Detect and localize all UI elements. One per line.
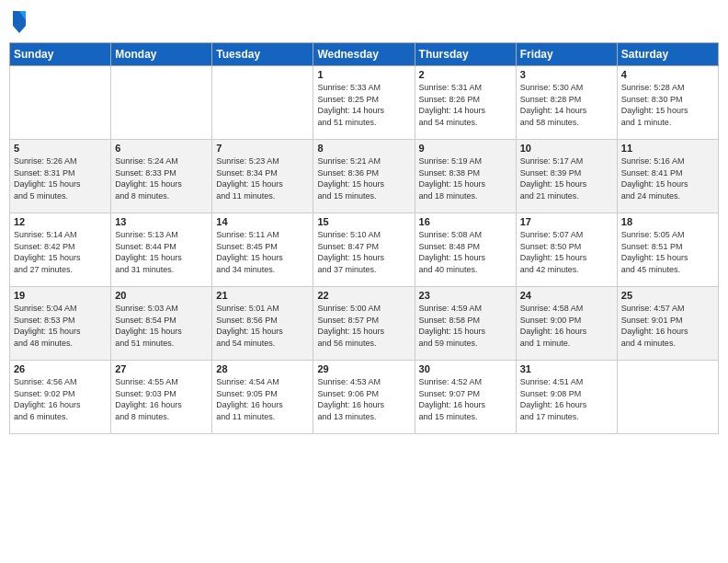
day-number: 22 <box>317 290 410 301</box>
day-info: Sunrise: 5:01 AM Sunset: 8:56 PM Dayligh… <box>216 303 309 349</box>
day-number: 6 <box>115 143 208 154</box>
calendar-cell: 18Sunrise: 5:05 AM Sunset: 8:51 PM Dayli… <box>617 213 718 287</box>
day-info: Sunrise: 4:52 AM Sunset: 9:07 PM Dayligh… <box>419 376 512 422</box>
day-number: 17 <box>520 216 613 227</box>
day-number: 25 <box>621 290 714 301</box>
day-info: Sunrise: 5:31 AM Sunset: 8:26 PM Dayligh… <box>419 82 512 128</box>
day-number: 4 <box>621 69 714 80</box>
day-number: 2 <box>419 69 512 80</box>
day-info: Sunrise: 4:54 AM Sunset: 9:05 PM Dayligh… <box>216 376 309 422</box>
calendar-cell: 11Sunrise: 5:16 AM Sunset: 8:41 PM Dayli… <box>617 140 718 213</box>
day-number: 8 <box>317 143 410 154</box>
day-number: 10 <box>520 143 613 154</box>
day-of-week-header: Tuesday <box>212 43 313 66</box>
day-info: Sunrise: 5:23 AM Sunset: 8:34 PM Dayligh… <box>216 155 309 201</box>
day-info: Sunrise: 5:13 AM Sunset: 8:44 PM Dayligh… <box>115 229 208 275</box>
day-info: Sunrise: 4:58 AM Sunset: 9:00 PM Dayligh… <box>520 303 613 349</box>
calendar-cell: 1Sunrise: 5:33 AM Sunset: 8:25 PM Daylig… <box>313 66 415 140</box>
day-number: 26 <box>14 363 107 374</box>
day-number: 1 <box>317 69 410 80</box>
calendar-cell: 29Sunrise: 4:53 AM Sunset: 9:06 PM Dayli… <box>313 361 415 434</box>
day-number: 19 <box>14 290 107 301</box>
calendar-cell: 4Sunrise: 5:28 AM Sunset: 8:30 PM Daylig… <box>617 66 718 140</box>
day-info: Sunrise: 5:03 AM Sunset: 8:54 PM Dayligh… <box>115 303 208 349</box>
day-info: Sunrise: 5:05 AM Sunset: 8:51 PM Dayligh… <box>621 229 714 275</box>
day-number: 11 <box>621 143 714 154</box>
calendar-cell <box>111 66 212 140</box>
calendar-cell: 12Sunrise: 5:14 AM Sunset: 8:42 PM Dayli… <box>10 213 111 287</box>
header <box>9 9 719 35</box>
day-number: 30 <box>419 363 512 374</box>
calendar-cell: 16Sunrise: 5:08 AM Sunset: 8:48 PM Dayli… <box>415 213 516 287</box>
calendar-cell: 31Sunrise: 4:51 AM Sunset: 9:08 PM Dayli… <box>516 361 617 434</box>
calendar-cell: 26Sunrise: 4:56 AM Sunset: 9:02 PM Dayli… <box>10 361 111 434</box>
day-number: 9 <box>419 143 512 154</box>
calendar-cell: 20Sunrise: 5:03 AM Sunset: 8:54 PM Dayli… <box>111 287 212 361</box>
calendar-cell <box>617 361 718 434</box>
calendar-cell: 14Sunrise: 5:11 AM Sunset: 8:45 PM Dayli… <box>212 213 313 287</box>
calendar-cell: 13Sunrise: 5:13 AM Sunset: 8:44 PM Dayli… <box>111 213 212 287</box>
calendar-cell: 2Sunrise: 5:31 AM Sunset: 8:26 PM Daylig… <box>415 66 516 140</box>
day-info: Sunrise: 5:33 AM Sunset: 8:25 PM Dayligh… <box>317 82 410 128</box>
calendar-cell: 8Sunrise: 5:21 AM Sunset: 8:36 PM Daylig… <box>313 140 415 213</box>
day-info: Sunrise: 4:51 AM Sunset: 9:08 PM Dayligh… <box>520 376 613 422</box>
day-of-week-header: Thursday <box>415 43 516 66</box>
day-info: Sunrise: 4:53 AM Sunset: 9:06 PM Dayligh… <box>317 376 410 422</box>
day-number: 14 <box>216 216 309 227</box>
calendar-cell <box>212 66 313 140</box>
day-number: 3 <box>520 69 613 80</box>
day-number: 13 <box>115 216 208 227</box>
calendar-cell: 27Sunrise: 4:55 AM Sunset: 9:03 PM Dayli… <box>111 361 212 434</box>
day-number: 21 <box>216 290 309 301</box>
day-info: Sunrise: 5:16 AM Sunset: 8:41 PM Dayligh… <box>621 155 714 201</box>
day-info: Sunrise: 5:08 AM Sunset: 8:48 PM Dayligh… <box>419 229 512 275</box>
logo <box>9 9 31 35</box>
calendar-week-row: 26Sunrise: 4:56 AM Sunset: 9:02 PM Dayli… <box>10 361 719 434</box>
day-info: Sunrise: 5:21 AM Sunset: 8:36 PM Dayligh… <box>317 155 410 201</box>
calendar-table: SundayMondayTuesdayWednesdayThursdayFrid… <box>9 42 719 434</box>
calendar-cell: 22Sunrise: 5:00 AM Sunset: 8:57 PM Dayli… <box>313 287 415 361</box>
day-number: 20 <box>115 290 208 301</box>
day-of-week-header: Monday <box>111 43 212 66</box>
calendar-cell: 3Sunrise: 5:30 AM Sunset: 8:28 PM Daylig… <box>516 66 617 140</box>
day-of-week-header: Sunday <box>10 43 111 66</box>
day-info: Sunrise: 5:24 AM Sunset: 8:33 PM Dayligh… <box>115 155 208 201</box>
calendar-cell: 30Sunrise: 4:52 AM Sunset: 9:07 PM Dayli… <box>415 361 516 434</box>
calendar-cell: 24Sunrise: 4:58 AM Sunset: 9:00 PM Dayli… <box>516 287 617 361</box>
day-info: Sunrise: 5:14 AM Sunset: 8:42 PM Dayligh… <box>14 229 107 275</box>
day-info: Sunrise: 5:00 AM Sunset: 8:57 PM Dayligh… <box>317 303 410 349</box>
day-info: Sunrise: 4:56 AM Sunset: 9:02 PM Dayligh… <box>14 376 107 422</box>
day-number: 16 <box>419 216 512 227</box>
calendar-cell: 25Sunrise: 4:57 AM Sunset: 9:01 PM Dayli… <box>617 287 718 361</box>
day-number: 12 <box>14 216 107 227</box>
calendar-week-row: 5Sunrise: 5:26 AM Sunset: 8:31 PM Daylig… <box>10 140 719 213</box>
calendar-cell: 28Sunrise: 4:54 AM Sunset: 9:05 PM Dayli… <box>212 361 313 434</box>
calendar-cell: 19Sunrise: 5:04 AM Sunset: 8:53 PM Dayli… <box>10 287 111 361</box>
calendar-week-row: 19Sunrise: 5:04 AM Sunset: 8:53 PM Dayli… <box>10 287 719 361</box>
day-info: Sunrise: 5:26 AM Sunset: 8:31 PM Dayligh… <box>14 155 107 201</box>
day-number: 27 <box>115 363 208 374</box>
day-number: 18 <box>621 216 714 227</box>
calendar-week-row: 1Sunrise: 5:33 AM Sunset: 8:25 PM Daylig… <box>10 66 719 140</box>
calendar-cell: 6Sunrise: 5:24 AM Sunset: 8:33 PM Daylig… <box>111 140 212 213</box>
day-of-week-header: Saturday <box>617 43 718 66</box>
calendar-cell: 10Sunrise: 5:17 AM Sunset: 8:39 PM Dayli… <box>516 140 617 213</box>
day-info: Sunrise: 4:57 AM Sunset: 9:01 PM Dayligh… <box>621 303 714 349</box>
day-number: 28 <box>216 363 309 374</box>
day-number: 24 <box>520 290 613 301</box>
day-number: 23 <box>419 290 512 301</box>
day-info: Sunrise: 5:28 AM Sunset: 8:30 PM Dayligh… <box>621 82 714 128</box>
logo-icon <box>11 9 28 35</box>
calendar-cell: 23Sunrise: 4:59 AM Sunset: 8:58 PM Dayli… <box>415 287 516 361</box>
calendar-cell <box>10 66 111 140</box>
day-info: Sunrise: 5:04 AM Sunset: 8:53 PM Dayligh… <box>14 303 107 349</box>
day-number: 29 <box>317 363 410 374</box>
calendar-cell: 9Sunrise: 5:19 AM Sunset: 8:38 PM Daylig… <box>415 140 516 213</box>
day-info: Sunrise: 5:17 AM Sunset: 8:39 PM Dayligh… <box>520 155 613 201</box>
day-info: Sunrise: 5:07 AM Sunset: 8:50 PM Dayligh… <box>520 229 613 275</box>
day-info: Sunrise: 5:11 AM Sunset: 8:45 PM Dayligh… <box>216 229 309 275</box>
day-number: 5 <box>14 143 107 154</box>
day-info: Sunrise: 5:10 AM Sunset: 8:47 PM Dayligh… <box>317 229 410 275</box>
calendar-cell: 21Sunrise: 5:01 AM Sunset: 8:56 PM Dayli… <box>212 287 313 361</box>
calendar-cell: 7Sunrise: 5:23 AM Sunset: 8:34 PM Daylig… <box>212 140 313 213</box>
